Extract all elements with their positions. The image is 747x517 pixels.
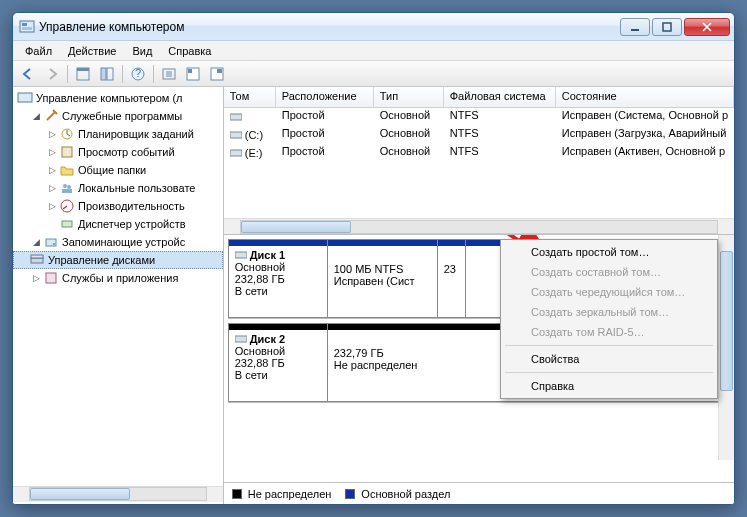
- svg-rect-29: [230, 114, 242, 120]
- titlebar[interactable]: Управление компьютером: [13, 13, 734, 41]
- disk-2-label[interactable]: Диск 2 Основной 232,88 ГБ В сети: [228, 323, 328, 402]
- tree-eventviewer[interactable]: ▷ Просмотр событий: [13, 143, 223, 161]
- show-hide-button[interactable]: [96, 63, 118, 85]
- disk-1-label[interactable]: Диск 1 Основной 232,88 ГБ В сети: [228, 239, 328, 318]
- svg-rect-15: [217, 69, 222, 73]
- volume-row[interactable]: (C:) Простой Основной NTFS Исправен (Заг…: [224, 126, 734, 144]
- svg-rect-6: [77, 68, 89, 71]
- tree-hscrollbar[interactable]: [13, 486, 223, 502]
- ctx-properties[interactable]: Свойства: [503, 349, 715, 369]
- volume-row[interactable]: Простой Основной NTFS Исправен (Система,…: [224, 108, 734, 126]
- tree-scheduler[interactable]: ▷ Планировщик заданий: [13, 125, 223, 143]
- expand-icon[interactable]: ▷: [47, 165, 57, 175]
- tree-root[interactable]: Управление компьютером (л: [13, 89, 223, 107]
- collapse-icon[interactable]: ◢: [31, 237, 41, 247]
- col-fs[interactable]: Файловая система: [444, 87, 556, 107]
- legend-unalloc-swatch: [232, 489, 242, 499]
- tools-icon: [43, 108, 59, 124]
- close-button[interactable]: [684, 18, 730, 36]
- grid-hscrollbar[interactable]: [224, 218, 734, 234]
- legend-unalloc-label: Не распределен: [248, 488, 332, 500]
- svg-rect-21: [62, 189, 72, 193]
- window: Управление компьютером Файл Действие Вид…: [12, 12, 735, 505]
- context-menu: Создать простой том… Создать составной т…: [500, 239, 718, 399]
- col-layout[interactable]: Расположение: [276, 87, 374, 107]
- view-button[interactable]: [72, 63, 94, 85]
- svg-rect-0: [20, 21, 34, 32]
- svg-rect-30: [230, 132, 242, 138]
- tree-services-apps[interactable]: ▷ Службы и приложения: [13, 269, 223, 287]
- users-icon: [59, 180, 75, 196]
- svg-rect-31: [230, 150, 242, 156]
- legend-primary-swatch: [345, 489, 355, 499]
- drive-icon: [230, 112, 242, 122]
- svg-rect-1: [22, 23, 27, 26]
- grid-header: Том Расположение Тип Файловая система Со…: [224, 87, 734, 108]
- device-icon: [59, 216, 75, 232]
- tree-perf[interactable]: ▷ Производительность: [13, 197, 223, 215]
- expand-icon[interactable]: ▷: [47, 201, 57, 211]
- drive-icon: [230, 148, 242, 158]
- disk-icon: [235, 250, 247, 260]
- svg-text:?: ?: [135, 67, 141, 79]
- svg-rect-3: [631, 29, 639, 31]
- svg-rect-7: [101, 68, 106, 80]
- tree-localusers[interactable]: ▷ Локальные пользовате: [13, 179, 223, 197]
- ctx-create-mirror: Создать зеркальный том…: [503, 302, 715, 322]
- disk-icon: [29, 252, 45, 268]
- storage-icon: [43, 234, 59, 250]
- legend: Не распределен Основной раздел: [224, 482, 734, 504]
- menu-action[interactable]: Действие: [60, 43, 124, 59]
- svg-rect-16: [18, 93, 32, 102]
- svg-rect-33: [235, 336, 247, 342]
- menu-help[interactable]: Справка: [160, 43, 219, 59]
- ctx-help[interactable]: Справка: [503, 376, 715, 396]
- perf-icon: [59, 198, 75, 214]
- svg-rect-24: [46, 239, 56, 246]
- back-button[interactable]: [17, 63, 39, 85]
- volume-row[interactable]: (E:) Простой Основной NTFS Исправен (Акт…: [224, 144, 734, 162]
- services-icon: [43, 270, 59, 286]
- help-button[interactable]: ?: [127, 63, 149, 85]
- col-type[interactable]: Тип: [374, 87, 444, 107]
- menu-view[interactable]: Вид: [124, 43, 160, 59]
- forward-button[interactable]: [41, 63, 63, 85]
- maximize-button[interactable]: [652, 18, 682, 36]
- svg-rect-28: [46, 273, 56, 283]
- svg-rect-2: [22, 27, 32, 30]
- svg-rect-27: [31, 255, 43, 258]
- tree-devmgr[interactable]: Диспетчер устройств: [13, 215, 223, 233]
- expand-icon[interactable]: ▷: [31, 273, 41, 283]
- svg-rect-18: [62, 147, 72, 157]
- svg-point-20: [67, 185, 71, 189]
- ctx-create-spanned: Создать составной том…: [503, 262, 715, 282]
- expand-icon[interactable]: ▷: [47, 183, 57, 193]
- col-vol[interactable]: Том: [224, 87, 276, 107]
- event-icon: [59, 144, 75, 160]
- disk-vscrollbar[interactable]: [718, 235, 734, 460]
- disk-layout-pane: Диск 1 Основной 232,88 ГБ В сети 100 МБ …: [224, 235, 734, 482]
- svg-point-19: [63, 184, 67, 188]
- expand-icon[interactable]: ▷: [47, 147, 57, 157]
- folder-icon: [59, 162, 75, 178]
- tree-services-group[interactable]: ◢ Служебные программы: [13, 107, 223, 125]
- svg-rect-4: [663, 23, 671, 31]
- tree-pane: Управление компьютером (л ◢ Служебные пр…: [13, 87, 224, 504]
- svg-rect-32: [235, 252, 247, 258]
- collapse-icon[interactable]: ◢: [31, 111, 41, 121]
- right-pane: Том Расположение Тип Файловая система Со…: [224, 87, 734, 504]
- menu-file[interactable]: Файл: [17, 43, 60, 59]
- refresh-button[interactable]: [158, 63, 180, 85]
- minimize-button[interactable]: [620, 18, 650, 36]
- ctx-create-raid5: Создать том RAID-5…: [503, 322, 715, 342]
- tree-diskmgmt[interactable]: Управление дисками: [13, 251, 223, 269]
- ctx-create-simple[interactable]: Создать простой том…: [503, 242, 715, 262]
- tree-storage-group[interactable]: ◢ Запоминающие устройс: [13, 233, 223, 251]
- expand-icon[interactable]: ▷: [47, 129, 57, 139]
- list-button[interactable]: [182, 63, 204, 85]
- details-button[interactable]: [206, 63, 228, 85]
- tree-shared[interactable]: ▷ Общие папки: [13, 161, 223, 179]
- svg-rect-13: [188, 69, 192, 73]
- window-title: Управление компьютером: [39, 20, 618, 34]
- col-status[interactable]: Состояние: [556, 87, 734, 107]
